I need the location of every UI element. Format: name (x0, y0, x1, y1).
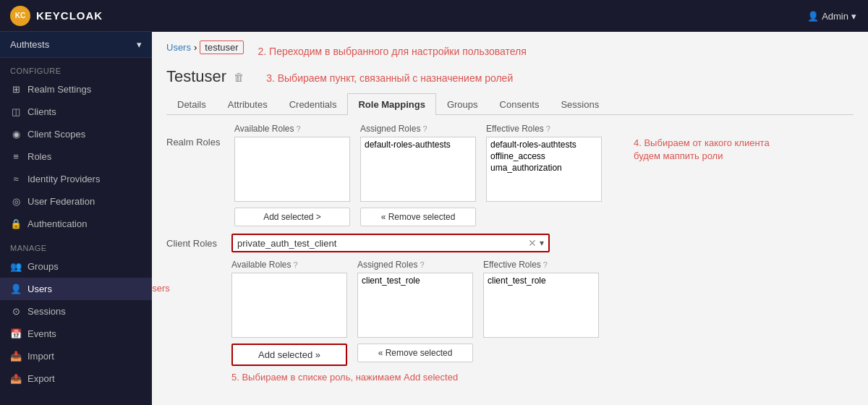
client-effective-list[interactable]: client_test_role (483, 273, 599, 338)
client-dropdown-button[interactable]: ▾ (540, 238, 544, 248)
sidebar-item-label: Realm Settings (27, 84, 91, 95)
client-assigned-label: Assigned Roles (357, 260, 417, 270)
sidebar: KC KEYCLOAK Authtests ▾ Configure ⊞ Real… (0, 0, 152, 405)
configure-section-label: Configure (0, 58, 152, 78)
clients-icon: ◫ (10, 106, 22, 117)
client-select-value: private_auth_test_client (237, 238, 336, 249)
logo-icon: KC (10, 6, 30, 26)
annotation-step1: 1 Нажимаем на Users, затем на кнопку Lis… (152, 267, 170, 295)
client-assigned-info-icon: ? (420, 260, 424, 269)
roles-icon: ≡ (10, 151, 22, 162)
realm-add-selected-button[interactable]: Add selected > (234, 208, 350, 226)
annotation-step4: 4. Выбираем от какого клиента будем мапп… (634, 137, 770, 163)
sidebar-item-label: Import (27, 351, 54, 362)
sidebar-item-label: Sessions (27, 306, 66, 317)
assigned-roles-label: Assigned Roles (360, 124, 420, 134)
breadcrumb: Users › testuser (166, 40, 244, 54)
sidebar-item-groups[interactable]: 👥 Groups (0, 255, 152, 278)
scopes-icon: ◉ (10, 129, 22, 140)
effective-info-icon: ? (546, 124, 550, 133)
annotation-step1-line2: затем на кнопку List All Users (152, 281, 170, 296)
list-item: uma_authorization (488, 162, 600, 174)
admin-label: Admin (822, 11, 848, 22)
effective-roles-col: Effective Roles ? default-roles-authtest… (486, 124, 602, 202)
annotation-step4-line1: 4. Выбираем от какого клиента (634, 137, 770, 150)
realm-selector[interactable]: Authtests ▾ (0, 32, 152, 58)
available-info-icon: ? (297, 124, 301, 133)
annotation-step5: 5. Выбираем в списке роль, нажимаем Add … (231, 372, 854, 383)
realm-name: Authtests (10, 39, 49, 50)
sidebar-item-label: Events (27, 328, 56, 339)
available-roles-col: Available Roles ? Add selected > (234, 124, 350, 226)
realm-roles-label: Realm Roles (166, 134, 220, 148)
client-assigned-list[interactable]: client_test_role (357, 273, 473, 338)
sidebar-item-label: Users (27, 284, 52, 294)
available-roles-label: Available Roles (234, 124, 294, 134)
clear-client-button[interactable]: ✕ (528, 237, 537, 249)
effective-roles-list[interactable]: default-roles-authtests offline_access u… (486, 137, 602, 202)
annotation-step2: 2. Переходим в выбранного для настройки … (258, 46, 527, 57)
federation-icon: ◎ (10, 196, 22, 207)
client-available-list[interactable] (231, 273, 347, 338)
sidebar-item-sessions[interactable]: ⊙ Sessions (0, 300, 152, 323)
sidebar-item-clients[interactable]: ◫ Clients (0, 101, 152, 123)
client-roles-grid: Available Roles ? Add selected » Assigne… (231, 260, 854, 366)
tab-details[interactable]: Details (166, 93, 217, 115)
tab-credentials[interactable]: Credentials (278, 93, 348, 115)
sidebar-item-import[interactable]: 📥 Import (0, 345, 152, 367)
sidebar-item-export[interactable]: 📤 Export (0, 367, 152, 390)
sidebar-item-label: User Federation (27, 196, 95, 207)
sidebar-item-label: Export (27, 373, 55, 384)
tab-sessions[interactable]: Sessions (550, 93, 610, 115)
groups-icon: 👥 (10, 261, 22, 272)
client-roles-row: Client Roles private_auth_test_client ✕ … (166, 234, 854, 252)
effective-roles-label: Effective Roles (486, 124, 544, 134)
export-icon: 📤 (10, 373, 22, 384)
admin-menu[interactable]: 👤 Admin ▾ (807, 11, 856, 22)
realm-roles-grid: Realm Roles Available Roles ? Add select… (166, 124, 854, 226)
client-add-selected-button[interactable]: Add selected » (231, 344, 347, 366)
client-assigned-roles-col: Assigned Roles ? client_test_role « Remo… (357, 260, 473, 362)
realm-remove-selected-button[interactable]: « Remove selected (360, 208, 476, 226)
list-item: default-roles-authtests (362, 139, 474, 150)
assigned-info-icon: ? (422, 124, 427, 133)
tab-attributes[interactable]: Attributes (217, 93, 278, 115)
user-icon: 👤 (10, 284, 22, 294)
tab-bar: Details Attributes Credentials Role Mapp… (166, 93, 854, 115)
sidebar-item-realm-settings[interactable]: ⊞ Realm Settings (0, 78, 152, 101)
assigned-roles-list[interactable]: default-roles-authtests (360, 137, 476, 202)
chevron-down-icon: ▾ (137, 39, 142, 50)
events-icon: 📅 (10, 328, 22, 339)
tab-consents[interactable]: Consents (489, 93, 550, 115)
sidebar-item-authentication[interactable]: 🔒 Authentication (0, 213, 152, 235)
identity-icon: ≈ (10, 174, 22, 184)
tab-role-mappings[interactable]: Role Mappings (347, 93, 435, 115)
available-roles-list[interactable] (234, 137, 350, 202)
client-remove-selected-button[interactable]: « Remove selected (357, 344, 473, 362)
client-available-roles-col: Available Roles ? Add selected » (231, 260, 347, 366)
sidebar-item-identity-providers[interactable]: ≈ Identity Providers (0, 168, 152, 190)
client-effective-roles-col: Effective Roles ? client_test_role (483, 260, 599, 338)
sidebar-item-events[interactable]: 📅 Events (0, 323, 152, 345)
breadcrumb-current: testuser (200, 40, 243, 54)
sidebar-item-roles[interactable]: ≡ Roles (0, 145, 152, 168)
main-content: 👤 Admin ▾ Users › testuser 2. Переходим … (152, 0, 868, 405)
breadcrumb-users-link[interactable]: Users (166, 42, 191, 53)
trash-icon[interactable]: 🗑 (234, 71, 244, 83)
sidebar-item-users[interactable]: 👤 Users (0, 278, 152, 300)
client-available-label: Available Roles (231, 260, 292, 270)
sidebar-item-label: Roles (27, 151, 51, 162)
annotation-step1-line1: 1 Нажимаем на Users, (152, 267, 170, 281)
list-item: client_test_role (485, 275, 597, 286)
tab-groups[interactable]: Groups (436, 93, 489, 115)
import-icon: 📥 (10, 351, 22, 362)
assigned-roles-col: Assigned Roles ? default-roles-authtests… (360, 124, 476, 226)
breadcrumb-sep: › (194, 42, 197, 53)
annotation-step3: 3. Выбираем пункт, связанный с назначени… (266, 72, 513, 84)
sidebar-item-client-scopes[interactable]: ◉ Client Scopes (0, 123, 152, 145)
sidebar-item-user-federation[interactable]: ◎ User Federation (0, 190, 152, 213)
page-title: Testuser (166, 67, 226, 86)
client-available-info-icon: ? (294, 260, 298, 269)
client-select-wrapper[interactable]: private_auth_test_client ✕ ▾ (231, 234, 550, 252)
list-item: offline_access (488, 150, 600, 162)
